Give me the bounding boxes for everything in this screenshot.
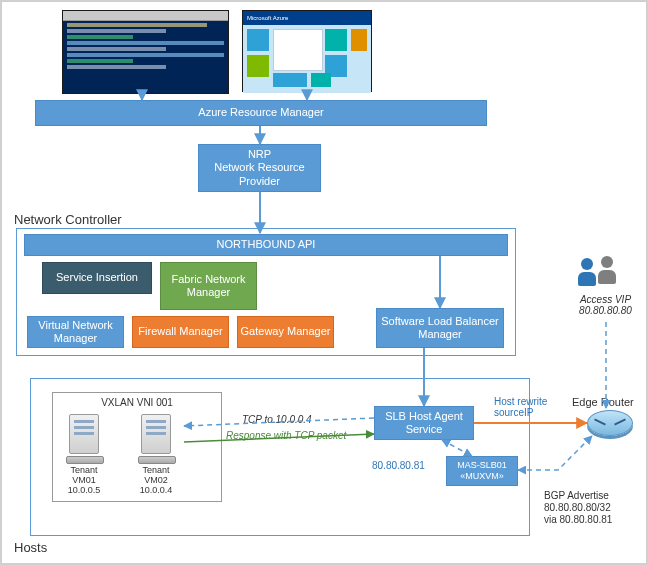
tenant-vm01-icon: Tenant VM01 10.0.0.5 xyxy=(66,414,102,468)
virtual-network-manager-box: Virtual Network Manager xyxy=(27,316,124,348)
tcp-to-label: TCP to 10.0.0.4 xyxy=(242,414,312,425)
slbm-line1: Software Load Balancer xyxy=(381,315,498,328)
slb-agent-l1: SLB Host Agent xyxy=(385,410,463,423)
network-controller-label: Network Controller xyxy=(14,212,122,227)
hosts-label: Hosts xyxy=(14,540,47,555)
bgp-advertise-label: BGP Advertise 80.80.80.80/32 via 80.80.8… xyxy=(544,490,612,526)
vm1-ip: 10.0.0.5 xyxy=(66,486,102,496)
tenant-vm02-icon: Tenant VM02 10.0.0.4 xyxy=(138,414,174,468)
azure-resource-manager-box: Azure Resource Manager xyxy=(35,100,487,126)
vm1-name: Tenant VM01 xyxy=(66,466,102,486)
service-insertion-box: Service Insertion xyxy=(42,262,152,294)
bgp-l1: BGP Advertise xyxy=(544,490,609,501)
tcp-response-label: Response with TCP packet xyxy=(226,430,346,441)
access-vip-label: Access VIP 80.80.80.80 xyxy=(568,294,643,316)
host-rewrite-l1: Host rewrite xyxy=(494,396,547,407)
bgp-l3: via 80.80.80.81 xyxy=(544,514,612,525)
nrp-line2: Network Resource xyxy=(214,161,304,174)
northbound-api-box: NORTHBOUND API xyxy=(24,234,508,256)
slb-agent-l2: Service xyxy=(406,423,443,436)
gateway-manager-box: Gateway Manager xyxy=(237,316,334,348)
access-vip-l1: Access VIP xyxy=(580,294,631,305)
diagram-canvas: Microsoft Azure Azure Resource Manager N… xyxy=(0,0,648,565)
mux-l1: MAS-SLB01 xyxy=(457,460,507,471)
vm2-name: Tenant VM02 xyxy=(138,466,174,486)
slb-host-agent-box: SLB Host Agent Service xyxy=(374,406,474,440)
fabric-line2: Manager xyxy=(187,286,230,299)
vnm-line1: Virtual Network xyxy=(38,319,112,332)
fabric-network-manager-box: Fabric Network Manager xyxy=(160,262,257,310)
mux-vm-box: MAS-SLB01 «MUXVM» xyxy=(446,456,518,486)
edge-router-label: Edge Router xyxy=(572,396,634,408)
host-rewrite-label: Host rewrite sourceIP xyxy=(494,396,547,418)
vxlan-title: VXLAN VNI 001 xyxy=(53,397,221,408)
mux-l2: «MUXVM» xyxy=(460,471,504,482)
slbm-line2: Manager xyxy=(418,328,461,341)
mux-ip-label: 80.80.80.81 xyxy=(372,460,425,471)
slb-manager-box: Software Load Balancer Manager xyxy=(376,308,504,348)
azure-portal-screenshot: Microsoft Azure xyxy=(242,10,372,92)
vnm-line2: Manager xyxy=(54,332,97,345)
nrp-line1: NRP xyxy=(248,148,271,161)
azure-portal-title: Microsoft Azure xyxy=(243,11,371,25)
edge-router-icon xyxy=(587,410,633,436)
bgp-l2: 80.80.80.80/32 xyxy=(544,502,611,513)
fabric-line1: Fabric Network xyxy=(172,273,246,286)
access-vip-l2: 80.80.80.80 xyxy=(579,305,632,316)
vm2-ip: 10.0.0.4 xyxy=(138,486,174,496)
nrp-box: NRP Network Resource Provider xyxy=(198,144,321,192)
nrp-line3: Provider xyxy=(239,175,280,188)
host-rewrite-l2: sourceIP xyxy=(494,407,533,418)
powershell-screenshot xyxy=(62,10,229,94)
firewall-manager-box: Firewall Manager xyxy=(132,316,229,348)
users-icon xyxy=(577,256,622,290)
